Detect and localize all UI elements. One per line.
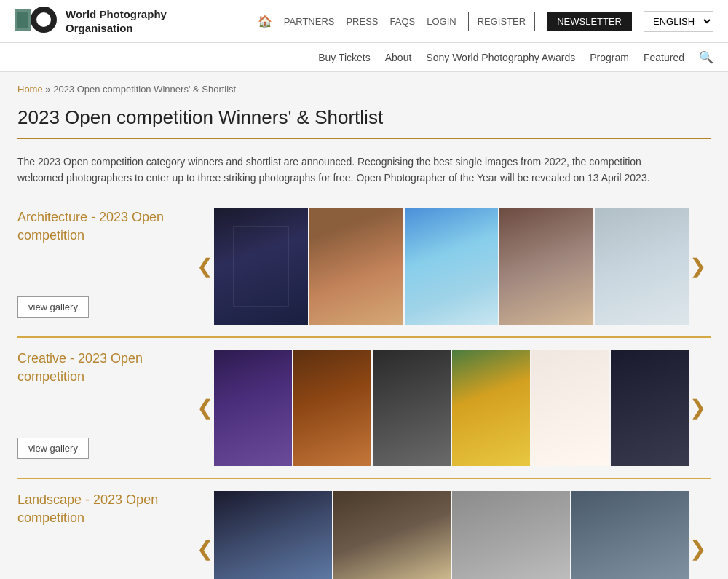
breadcrumb-separator: » xyxy=(45,84,50,95)
architecture-gallery-inner: Architecture - 2023 Open competition vie… xyxy=(17,208,711,325)
landscape-gallery-inner: Landscape - 2023 Open competition ❮ ❯ xyxy=(17,491,711,579)
gallery-img xyxy=(499,208,593,325)
architecture-carousel: ❮ ❯ xyxy=(192,208,711,325)
page-title: 2023 Open competition Winners' & Shortli… xyxy=(17,106,711,129)
landscape-gallery-section: Landscape - 2023 Open competition ❮ ❯ xyxy=(17,491,711,579)
title-divider xyxy=(17,138,711,139)
creative-gallery-section: Creative - 2023 Open competition view ga… xyxy=(17,350,711,479)
landscape-title: Landscape - 2023 Open competition xyxy=(17,491,178,527)
gallery-img xyxy=(309,208,403,325)
gallery-img xyxy=(373,350,451,466)
gallery-img xyxy=(214,491,332,579)
gallery-img xyxy=(214,208,308,325)
press-link[interactable]: PRESS xyxy=(346,16,378,27)
search-button[interactable]: 🔍 xyxy=(699,50,713,64)
gallery-img xyxy=(405,208,499,325)
img-deco-rect xyxy=(233,226,289,307)
gallery-img xyxy=(452,350,530,466)
landscape-prev-button[interactable]: ❮ xyxy=(192,539,218,559)
gallery-img xyxy=(333,491,451,579)
page-content: 2023 Open competition Winners' & Shortli… xyxy=(0,106,728,579)
featured-link[interactable]: Featured xyxy=(644,52,684,63)
logo-icon xyxy=(15,6,58,36)
language-select[interactable]: ENGLISH xyxy=(644,11,713,32)
gallery-img xyxy=(571,491,689,579)
architecture-gallery-section: Architecture - 2023 Open competition vie… xyxy=(17,208,711,338)
svg-rect-1 xyxy=(17,12,28,28)
creative-title: Creative - 2023 Open competition xyxy=(17,350,178,386)
svg-point-3 xyxy=(39,15,48,24)
architecture-images xyxy=(192,208,711,325)
top-navigation: World Photography Organisation 🏠 PARTNER… xyxy=(0,0,728,43)
org-name: World Photography Organisation xyxy=(66,7,167,36)
landscape-label: Landscape - 2023 Open competition xyxy=(17,491,192,579)
register-button[interactable]: REGISTER xyxy=(468,12,535,31)
architecture-next-button[interactable]: ❯ xyxy=(685,256,711,277)
creative-next-button[interactable]: ❯ xyxy=(685,398,711,418)
creative-label: Creative - 2023 Open competition view ga… xyxy=(17,350,192,466)
partners-link[interactable]: PARTNERS xyxy=(284,16,335,27)
faqs-link[interactable]: FAQS xyxy=(390,16,416,27)
gallery-img xyxy=(595,208,689,325)
section-divider xyxy=(17,336,711,338)
landscape-images xyxy=(192,491,711,579)
newsletter-button[interactable]: NEWSLETTER xyxy=(547,12,632,31)
home-icon[interactable]: 🏠 xyxy=(258,15,272,28)
gallery-img xyxy=(452,491,570,579)
creative-view-gallery-button[interactable]: view gallery xyxy=(17,438,89,459)
page-description: The 2023 Open competition category winne… xyxy=(17,154,687,186)
landscape-carousel: ❮ ❯ xyxy=(192,491,711,579)
architecture-prev-button[interactable]: ❮ xyxy=(192,256,218,277)
breadcrumb-home[interactable]: Home xyxy=(17,84,43,95)
top-right-links: 🏠 PARTNERS PRESS FAQS LOGIN REGISTER NEW… xyxy=(258,11,713,32)
architecture-view-gallery-button[interactable]: view gallery xyxy=(17,296,89,318)
logo-area: World Photography Organisation xyxy=(15,6,167,36)
creative-gallery-inner: Creative - 2023 Open competition view ga… xyxy=(17,350,711,466)
architecture-title: Architecture - 2023 Open competition xyxy=(17,208,178,245)
breadcrumb: Home » 2023 Open competition Winners' & … xyxy=(0,72,728,106)
gallery-img xyxy=(293,350,371,466)
breadcrumb-current: 2023 Open competition Winners' & Shortli… xyxy=(53,84,236,95)
img-decoration xyxy=(214,208,308,325)
section-divider xyxy=(17,478,711,479)
creative-images xyxy=(192,350,711,466)
secondary-navigation: Buy Tickets About Sony World Photography… xyxy=(0,43,728,72)
program-link[interactable]: Program xyxy=(590,52,629,63)
about-link[interactable]: About xyxy=(385,52,412,63)
creative-prev-button[interactable]: ❮ xyxy=(192,398,218,418)
login-link[interactable]: LOGIN xyxy=(427,16,456,27)
sony-awards-link[interactable]: Sony World Photography Awards xyxy=(426,52,575,63)
gallery-img xyxy=(214,350,292,466)
gallery-img xyxy=(611,350,689,466)
landscape-next-button[interactable]: ❯ xyxy=(685,539,711,559)
gallery-img xyxy=(531,350,609,466)
buy-tickets-link[interactable]: Buy Tickets xyxy=(318,52,371,63)
architecture-label: Architecture - 2023 Open competition vie… xyxy=(17,208,192,325)
creative-carousel: ❮ ❯ xyxy=(192,350,711,466)
